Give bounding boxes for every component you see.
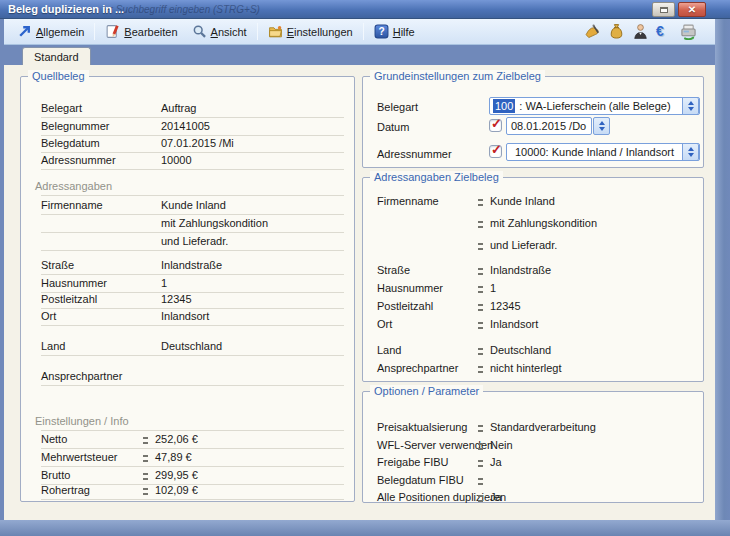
field-value: 102,09 €: [155, 484, 198, 496]
datum-spinner[interactable]: [593, 117, 610, 135]
group-title: Optionen / Parameter: [370, 385, 483, 397]
field-value: 12345: [161, 293, 192, 305]
row-belegdatum-fibu: Belegdatum FIBU: [363, 473, 703, 489]
edit-document-icon: [105, 24, 120, 39]
close-icon: [679, 3, 705, 16]
updown-spinner-icon[interactable]: [682, 97, 699, 115]
restore-icon: [660, 7, 668, 13]
row-belegart: Belegart Auftrag: [21, 101, 354, 118]
section-adressangaben: Adressangaben: [21, 179, 354, 196]
field-label: Alle Positionen duplizieren: [377, 491, 506, 503]
menu-hilfe[interactable]: ? Hilfe: [367, 21, 422, 42]
svg-text:?: ?: [378, 26, 384, 37]
field-value: 1: [490, 282, 496, 294]
row-wfl-server: WFL-Server verwenden Nein: [363, 438, 703, 454]
window-frame-bottom: [0, 520, 730, 536]
equals-bullet-icon: [478, 460, 483, 467]
field-label: Freigabe FIBU: [377, 456, 449, 468]
field-label: Hausnummer: [377, 282, 443, 294]
field-label: Mehrwertsteuer: [41, 451, 117, 463]
field-value: Ja: [490, 456, 502, 468]
group-title: Grundeinstellungen zum Zielbeleg: [370, 70, 545, 82]
field-value: 07.01.2015 /Mi: [161, 137, 234, 149]
row-z-firmenname-3: und Lieferadr.: [363, 238, 703, 254]
field-label: Firmenname: [377, 195, 439, 207]
field-value: mit Zahlungskondition: [161, 217, 268, 229]
zielbeleg-group: Grundeinstellungen zum Zielbeleg Belegar…: [362, 76, 704, 168]
field-label: Adressnummer: [41, 154, 116, 166]
field-value: Inlandsort: [161, 310, 209, 322]
duplicate-machine-icon[interactable]: [680, 23, 697, 40]
equals-bullet-icon: [478, 495, 483, 502]
row-strasse: Straße Inlandstraße: [21, 258, 354, 275]
close-button[interactable]: [678, 2, 706, 17]
field-label: Postleitzahl: [377, 300, 433, 312]
datum-checkbox[interactable]: [489, 119, 502, 132]
sign-permission-icon[interactable]: [584, 23, 601, 40]
equals-bullet-icon: [478, 366, 483, 373]
menu-allgemein[interactable]: Allgemein: [10, 21, 91, 42]
field-label: Land: [41, 340, 65, 352]
menu-toolbar: Allgemein Bearbeiten Ansicht Einstellung…: [4, 19, 715, 45]
euro-currency-icon[interactable]: €: [656, 23, 673, 40]
menu-separator: [257, 23, 258, 40]
folder-settings-icon: [268, 24, 283, 39]
field-value: 252,06 €: [155, 433, 198, 445]
quellbeleg-group: Quellbeleg Belegart Auftrag Belegnummer …: [20, 76, 355, 502]
updown-spinner-icon[interactable]: [682, 143, 699, 161]
menu-bearbeiten[interactable]: Bearbeiten: [98, 21, 184, 42]
field-value: Ja: [490, 491, 502, 503]
section-label: Einstellungen / Info: [35, 415, 129, 427]
equals-bullet-icon: [143, 455, 148, 462]
title-bar: er Suchbegriff eingeben (STRG+S) Beleg d…: [0, 0, 730, 19]
menu-label: Ansicht: [211, 26, 247, 38]
field-value: Inlandstraße: [490, 264, 551, 276]
field-value: Standardverarbeitung: [490, 421, 596, 433]
equals-bullet-icon: [478, 443, 483, 450]
adressnummer-checkbox[interactable]: [489, 145, 502, 158]
field-label: Hausnummer: [41, 277, 107, 289]
money-bag-icon[interactable]: [608, 23, 625, 40]
field-label: Preisaktualsierung: [377, 421, 468, 433]
equals-bullet-icon: [478, 286, 483, 293]
datum-input[interactable]: 08.01.2015 /Do: [506, 117, 592, 135]
row-z-hausnummer: Hausnummer 1: [363, 281, 703, 297]
row-ansprechpartner: Ansprechpartner: [21, 369, 354, 386]
row-belegdatum: Belegdatum 07.01.2015 /Mi: [21, 136, 354, 153]
belegart-combobox[interactable]: 100 : WA-Lieferschein (alle Belege): [489, 97, 700, 115]
selected-text: : WA-Lieferschein (alle Belege): [519, 100, 670, 112]
tab-standard[interactable]: Standard: [22, 47, 91, 65]
equals-bullet-icon: [478, 348, 483, 355]
field-value: Kunde Inland: [490, 195, 555, 207]
magnifier-icon: [192, 24, 207, 39]
field-value: 1: [161, 277, 167, 289]
field-label: Land: [377, 344, 401, 356]
field-label: Belegart: [41, 102, 82, 114]
field-label: Adressnummer: [377, 148, 452, 160]
field-label: Straße: [41, 259, 74, 271]
field-value: mit Zahlungskondition: [490, 217, 597, 229]
menu-label: Bearbeiten: [124, 26, 177, 38]
field-value: und Lieferadr.: [490, 239, 557, 251]
selected-code: 100: [493, 99, 515, 113]
field-label: Netto: [41, 433, 67, 445]
menu-ansicht[interactable]: Ansicht: [185, 21, 254, 42]
equals-bullet-icon: [478, 322, 483, 329]
tab-bar: Standard: [4, 45, 715, 65]
row-z-ansprechpartner: Ansprechpartner nicht hinterlegt: [363, 361, 703, 377]
field-value: nicht hinterlegt: [490, 362, 562, 374]
field-label: Ort: [41, 310, 56, 322]
row-rohertrag: Rohertrag 102,09 €: [21, 483, 354, 500]
row-netto: Netto 252,06 €: [21, 432, 354, 449]
menu-einstellungen[interactable]: Einstellungen: [261, 21, 360, 42]
salesperson-icon[interactable]: [632, 23, 649, 40]
field-value: und Lieferadr.: [161, 235, 228, 247]
menu-label: Einstellungen: [287, 26, 353, 38]
field-label: Rohertrag: [41, 484, 90, 496]
row-z-strasse: Straße Inlandstraße: [363, 263, 703, 279]
equals-bullet-icon: [478, 243, 483, 250]
field-label: Ansprechpartner: [41, 370, 122, 382]
adressnummer-combobox[interactable]: 10000: Kunde Inland / Inlandsort: [506, 143, 700, 161]
restore-button[interactable]: [652, 2, 675, 17]
help-icon: ?: [374, 24, 389, 39]
